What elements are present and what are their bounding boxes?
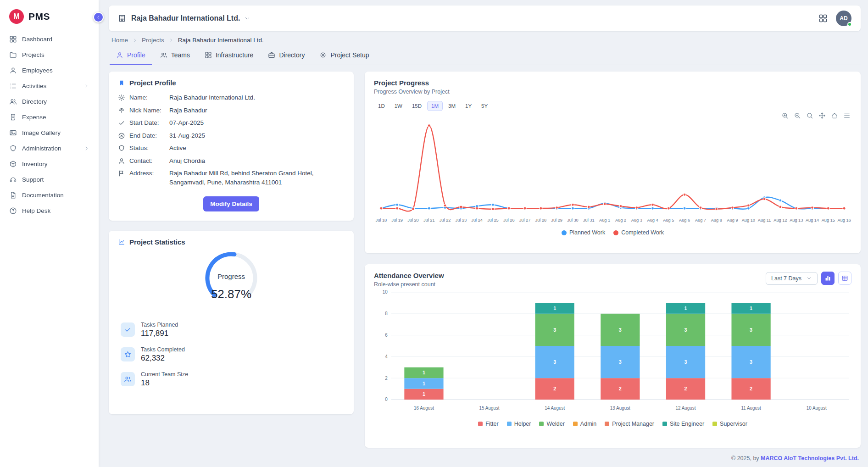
breadcrumb-raja-bahadur-international-ltd: Raja Bahadur International Ltd. <box>178 37 264 44</box>
svg-text:10 August: 10 August <box>807 406 827 411</box>
sidebar-item-documentation[interactable]: Documentation <box>5 188 94 202</box>
gear-icon <box>118 94 125 101</box>
legend-admin[interactable]: Admin <box>573 421 596 427</box>
project-progress-chart[interactable]: Jul 18Jul 19Jul 20Jul 21Jul 22Jul 23Jul … <box>374 113 851 228</box>
legend-marker <box>562 230 567 235</box>
project-statistics-title: Project Statistics <box>129 238 185 246</box>
svg-text:Jul 19: Jul 19 <box>391 218 403 222</box>
sidebar-item-projects[interactable]: Projects <box>5 48 94 62</box>
svg-text:Aug 1: Aug 1 <box>599 218 610 222</box>
svg-text:2: 2 <box>684 386 687 391</box>
attendance-overview-card: Attendance Overview Role-wise present co… <box>365 264 861 448</box>
legend-welder[interactable]: Welder <box>539 421 564 427</box>
range-1y[interactable]: 1Y <box>461 101 476 111</box>
zoom-in-icon[interactable] <box>781 112 789 119</box>
svg-text:Aug 10: Aug 10 <box>742 218 755 222</box>
zoom-out-icon[interactable] <box>794 112 801 119</box>
svg-text:1: 1 <box>423 370 425 375</box>
range-15d[interactable]: 15D <box>408 101 426 111</box>
sidebar-collapse-button[interactable] <box>93 12 104 22</box>
topbar: Raja Bahadur International Ltd. AD <box>109 6 861 31</box>
footer-company-link[interactable]: MARCO AIoT Technologies Pvt. Ltd. <box>761 455 859 461</box>
tab-teams[interactable]: Teams <box>154 47 196 65</box>
stat-label: Current Team Size <box>141 371 188 378</box>
user-avatar[interactable]: AD <box>836 11 851 26</box>
tab-label: Directory <box>279 51 305 59</box>
range-3m[interactable]: 3M <box>444 101 460 111</box>
field-value: Raja Bahadur Mill Rd, behind Sheraton Gr… <box>169 169 345 187</box>
legend-marker <box>613 230 618 235</box>
pan-icon[interactable] <box>818 112 826 119</box>
range-5y[interactable]: 5Y <box>477 101 492 111</box>
sidebar-item-activities[interactable]: Activities <box>5 79 94 93</box>
field-label: Status: <box>129 144 165 153</box>
sidebar-item-label: Inventory <box>22 161 48 167</box>
svg-text:3: 3 <box>553 327 556 333</box>
legend-project-manager[interactable]: Project Manager <box>605 421 654 427</box>
sidebar-item-employees[interactable]: Employees <box>5 63 94 78</box>
apps-grid-icon[interactable] <box>818 14 828 23</box>
svg-text:1: 1 <box>423 381 425 386</box>
field-label: Name: <box>129 93 165 102</box>
legend-completed-work[interactable]: Completed Work <box>613 229 664 236</box>
legend-supervisor[interactable]: Supervisor <box>712 421 747 427</box>
svg-text:Jul 28: Jul 28 <box>535 218 547 222</box>
table-view-toggle[interactable] <box>838 272 851 285</box>
sidebar-item-image-gallery[interactable]: Image Gallery <box>5 126 94 140</box>
company-selector[interactable]: Raja Bahadur International Ltd. <box>131 14 250 22</box>
field-value: Active <box>169 144 345 153</box>
team-icon <box>121 372 135 386</box>
legend-planned-work[interactable]: Planned Work <box>562 229 605 236</box>
legend-helper[interactable]: Helper <box>507 421 531 427</box>
breadcrumb-home[interactable]: Home <box>111 37 128 44</box>
project-profile-title: Project Profile <box>129 79 176 87</box>
range-1m[interactable]: 1M <box>427 101 443 111</box>
stat-label: Tasks Planned <box>141 322 178 328</box>
modify-details-button[interactable]: Modify Details <box>203 196 259 211</box>
range-1w[interactable]: 1W <box>390 101 406 111</box>
menu-icon[interactable] <box>843 112 851 119</box>
svg-text:3: 3 <box>684 327 687 333</box>
sidebar-item-administration[interactable]: Administration <box>5 141 94 156</box>
breadcrumb-projects[interactable]: Projects <box>142 37 164 44</box>
tab-project-setup[interactable]: Project Setup <box>313 47 375 65</box>
building-icon <box>118 14 126 22</box>
field-value: Anuj Chordia <box>169 156 345 166</box>
project-statistics-card: Project Statistics Progress52.87% Tasks … <box>109 231 354 414</box>
end-date-icon <box>118 132 125 139</box>
sidebar-nav: DashboardProjectsEmployeesActivitiesDire… <box>0 30 99 220</box>
selection-zoom-icon[interactable] <box>806 112 813 119</box>
sidebar-item-help-desk[interactable]: Help Desk <box>5 204 94 218</box>
legend-marker <box>539 422 544 426</box>
right-column: Project Progress Progress Overview by Pr… <box>365 72 861 461</box>
chart-line-icon <box>118 238 125 245</box>
documentation-icon <box>9 191 17 199</box>
home-icon[interactable] <box>831 112 838 119</box>
field-value: 07-Apr-2025 <box>169 118 345 128</box>
legend-marker <box>662 422 667 426</box>
legend-fitter[interactable]: Fitter <box>478 421 498 427</box>
activities-icon <box>9 82 17 90</box>
tab-directory[interactable]: Directory <box>262 47 311 65</box>
date-range-select[interactable]: Last 7 Days <box>766 272 818 285</box>
chart-view-toggle[interactable] <box>821 272 835 285</box>
sidebar-item-label: Support <box>22 176 44 183</box>
svg-text:3: 3 <box>684 359 687 365</box>
sidebar-item-inventory[interactable]: Inventory <box>5 157 94 171</box>
range-1d[interactable]: 1D <box>374 101 389 111</box>
sidebar-item-directory[interactable]: Directory <box>5 95 94 109</box>
tab-profile[interactable]: Profile <box>110 47 152 65</box>
svg-text:Jul 22: Jul 22 <box>440 218 451 222</box>
svg-text:3: 3 <box>619 327 622 333</box>
attendance-chart[interactable]: 024681016 August11115 August14 August233… <box>374 289 851 420</box>
projects-icon <box>9 51 17 59</box>
employees-icon <box>9 67 17 74</box>
legend-site-engineer[interactable]: Site Engineer <box>662 421 704 427</box>
sidebar-item-expense[interactable]: Expense <box>5 110 94 124</box>
tab-infrastructure[interactable]: Infrastructure <box>198 47 260 65</box>
dashboard-icon <box>9 35 17 43</box>
sidebar-item-dashboard[interactable]: Dashboard <box>5 32 94 46</box>
svg-text:Aug 14: Aug 14 <box>806 218 819 222</box>
check-icon <box>118 119 125 127</box>
sidebar-item-support[interactable]: Support <box>5 172 94 187</box>
